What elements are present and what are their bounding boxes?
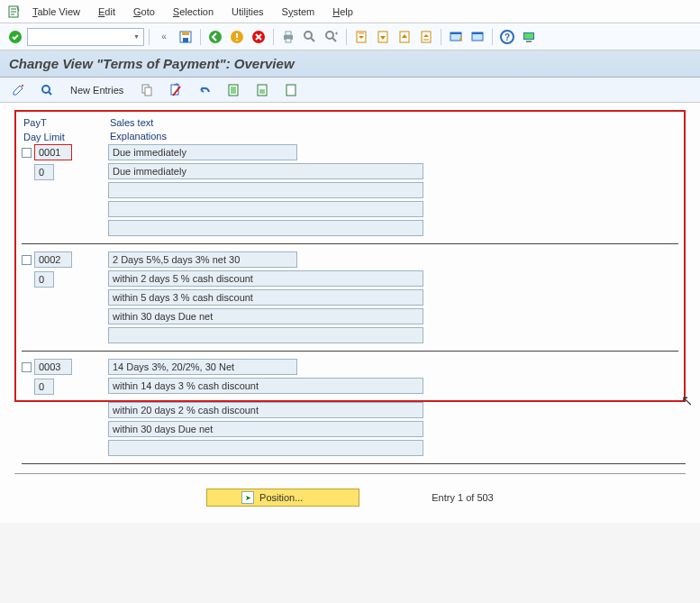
col-sales-text: Sales text [108, 117, 678, 128]
svg-rect-3 [182, 32, 189, 35]
payt-field[interactable]: 0003 [34, 359, 72, 375]
divider [22, 463, 686, 464]
explanation-field[interactable]: Due immediately [108, 163, 423, 179]
collapse-icon[interactable]: « [154, 27, 174, 47]
menu-selection[interactable]: Selection [166, 3, 221, 21]
prev-page-icon[interactable] [373, 27, 393, 47]
layout-icon[interactable] [468, 27, 487, 47]
menu-goto[interactable]: Goto [126, 3, 162, 21]
local-layout-icon[interactable] [519, 27, 539, 47]
copy-icon[interactable] [134, 81, 159, 99]
svg-rect-25 [526, 41, 532, 42]
explanation-field[interactable] [108, 327, 423, 343]
change-icon[interactable] [5, 81, 31, 99]
svg-point-12 [326, 32, 333, 39]
save-icon[interactable] [176, 27, 195, 47]
svg-rect-18 [450, 32, 461, 34]
menu-edit[interactable]: Edit [91, 3, 123, 21]
select-block-icon[interactable] [250, 81, 275, 99]
svg-rect-10 [286, 39, 291, 42]
print-icon[interactable] [278, 27, 298, 47]
explanation-field[interactable]: within 30 days Due net [108, 421, 423, 437]
svg-point-27 [42, 86, 50, 93]
svg-point-26 [22, 85, 23, 87]
divider [22, 243, 678, 244]
svg-point-5 [209, 31, 222, 43]
separator [149, 29, 150, 45]
svg-rect-24 [524, 33, 533, 39]
separator [346, 29, 347, 45]
explanation-field[interactable]: within 5 days 3 % cash discount [108, 289, 423, 306]
position-arrow-icon: ➤ [241, 491, 254, 504]
svg-rect-32 [231, 87, 236, 94]
svg-rect-35 [286, 85, 295, 96]
find-icon[interactable] [300, 27, 320, 47]
col-payt: PayT [22, 117, 103, 128]
help-icon[interactable]: ? [497, 27, 517, 47]
menu-help[interactable]: Help [325, 3, 360, 21]
menu-utilities[interactable]: Utilities [224, 3, 270, 21]
position-button[interactable]: ➤ Position... [206, 489, 359, 507]
back-icon[interactable] [205, 27, 225, 47]
separator [492, 29, 493, 45]
delete-icon[interactable] [163, 81, 188, 99]
svg-rect-20 [472, 32, 483, 34]
select-all-icon[interactable] [221, 81, 246, 99]
highlight-box: PayT Day Limit Sales text Explanations 0… [14, 110, 686, 402]
separator [441, 29, 441, 45]
app-toolbar: New Entries [0, 78, 700, 103]
divider [22, 351, 678, 352]
sales-text-field[interactable]: Due immediately [108, 144, 297, 160]
details-icon[interactable] [34, 81, 59, 99]
explanation-field[interactable] [108, 440, 423, 456]
explanation-field[interactable] [108, 182, 423, 198]
svg-text:?: ? [505, 32, 510, 42]
enter-icon[interactable] [5, 27, 25, 47]
day-limit-field[interactable]: 0 [34, 379, 54, 395]
payt-field[interactable]: 0002 [34, 251, 72, 268]
cancel-icon[interactable] [249, 27, 268, 47]
explanation-field[interactable]: within 14 days 3 % cash discount [108, 378, 423, 394]
deselect-all-icon[interactable] [278, 81, 304, 99]
next-page-icon[interactable] [395, 27, 414, 47]
svg-rect-34 [259, 89, 265, 94]
footer: ➤ Position... Entry 1 of 503 [14, 473, 686, 516]
undo-icon[interactable] [192, 81, 217, 99]
row-select-checkbox[interactable] [22, 362, 32, 372]
svg-rect-4 [183, 38, 188, 42]
explanation-field[interactable] [108, 220, 423, 236]
command-field[interactable] [27, 28, 144, 46]
col-day-limit: Day Limit [22, 132, 103, 142]
sales-text-field[interactable]: 14 Days 3%, 20/2%, 30 Net [108, 359, 297, 375]
menu-system[interactable]: System [275, 3, 323, 21]
first-page-icon[interactable] [351, 27, 371, 47]
day-limit-field[interactable]: 0 [34, 271, 54, 288]
menu-table-view[interactable]: Table View [25, 3, 87, 21]
content-area: PayT Day Limit Sales text Explanations 0… [0, 103, 700, 523]
page-title: Change View "Terms of Payment": Overview [0, 50, 700, 78]
payt-field[interactable]: 0001 [34, 144, 72, 160]
find-next-icon[interactable] [322, 27, 341, 47]
day-limit-field[interactable]: 0 [34, 164, 54, 180]
explanation-field[interactable] [108, 201, 423, 217]
svg-point-11 [305, 32, 312, 39]
last-page-icon[interactable] [416, 27, 436, 47]
new-entries-button[interactable]: New Entries [63, 81, 131, 99]
exit-icon[interactable] [227, 27, 247, 47]
explanation-field[interactable]: within 30 days Due net [108, 308, 423, 324]
sales-text-field[interactable]: 2 Days 5%,5 days 3% net 30 [108, 251, 297, 268]
row-select-checkbox[interactable] [22, 148, 32, 158]
explanation-field[interactable]: within 20 days 2 % cash discount [108, 402, 423, 418]
new-session-icon[interactable] [446, 27, 466, 47]
position-label: Position... [259, 492, 303, 503]
toolbar: « ? [0, 23, 700, 50]
separator [273, 29, 274, 45]
separator [200, 29, 201, 45]
app-menu-icon[interactable] [5, 4, 22, 20]
svg-rect-29 [145, 87, 151, 96]
row-select-checkbox[interactable] [22, 255, 32, 265]
explanation-field[interactable]: within 2 days 5 % cash discount [108, 270, 423, 287]
entry-counter: Entry 1 of 503 [432, 492, 494, 503]
svg-rect-9 [286, 32, 291, 35]
menubar: Table View Edit Goto Selection Utilities… [0, 0, 700, 23]
